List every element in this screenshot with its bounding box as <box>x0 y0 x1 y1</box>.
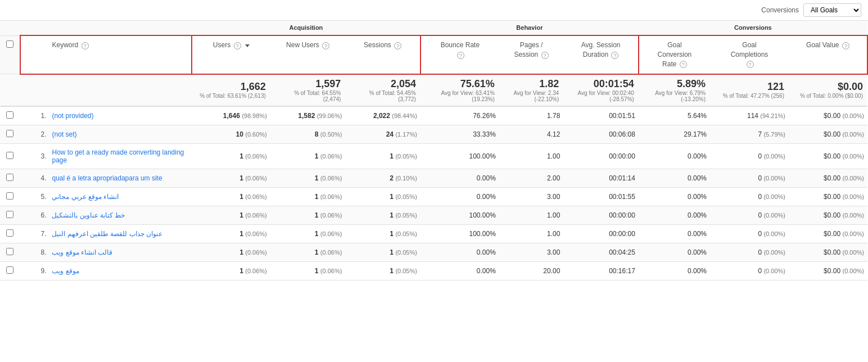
check-header <box>0 21 20 35</box>
row-gc: 0 (0.00%) <box>710 169 789 187</box>
users-header[interactable]: Users ? <box>192 35 270 74</box>
select-all-checkbox[interactable] <box>6 40 13 48</box>
row-pagessession: 4.12 <box>499 125 563 143</box>
row-pagessession: 20.00 <box>499 261 563 280</box>
bouncerate-header[interactable]: Bounce Rate ? <box>421 35 499 74</box>
row-gcr: 0.00% <box>639 261 710 280</box>
summary-gc-subtext: % of Total: 47.27% (256) <box>715 93 784 99</box>
gc-header[interactable]: GoalCompletions ? <box>710 35 789 74</box>
row-sessions: 24 (1.17%) <box>345 125 421 143</box>
acquisition-group-header: Acquisition <box>192 21 421 35</box>
row-avgsession: 00:01:14 <box>563 169 639 187</box>
row-check[interactable] <box>0 106 20 125</box>
row-keyword[interactable]: How to get a ready made converting landi… <box>48 143 191 169</box>
avgsession-header[interactable]: Avg. SessionDuration ? <box>563 35 639 74</box>
select-all-header[interactable] <box>0 35 20 74</box>
row-keyword[interactable]: عنوان جذاب للقصة طلقين اعرفهم النيل <box>48 224 191 243</box>
row-gc: 0 (0.00%) <box>710 206 789 224</box>
keyword-link[interactable]: (not provided) <box>52 112 93 120</box>
goals-select[interactable]: All Goals Goal 1 Goal 2 <box>803 3 861 17</box>
top-bar: Conversions All Goals Goal 1 Goal 2 <box>0 0 868 21</box>
row-check[interactable] <box>0 261 20 280</box>
row-keyword[interactable]: موقع ويب <box>48 261 191 280</box>
row-checkbox[interactable] <box>6 192 13 200</box>
row-users: 1 (0.06%) <box>192 243 270 261</box>
row-checkbox[interactable] <box>6 111 13 119</box>
keyword-link[interactable]: موقع ويب <box>52 267 79 275</box>
row-gcr: 0.00% <box>639 243 710 261</box>
summary-avgsession-subtext: Avg for View: 00:02:40 (-28.57%) <box>568 90 634 102</box>
gcr-help-icon: ? <box>680 61 687 68</box>
row-keyword[interactable]: قالب انشاء موقع ويب <box>48 243 191 261</box>
keyword-link[interactable]: عنوان جذاب للقصة طلقين اعرفهم النيل <box>52 230 162 238</box>
sessions-header[interactable]: Sessions ? <box>345 35 421 74</box>
row-check[interactable] <box>0 243 20 261</box>
row-keyword[interactable]: خط كتابة عناوين بالتشكيل <box>48 206 191 224</box>
row-num-header <box>20 35 49 74</box>
gcr-header[interactable]: GoalConversionRate ? <box>639 35 710 74</box>
newusers-header[interactable]: New Users ? <box>270 35 346 74</box>
row-bouncerate: 0.00% <box>421 261 499 280</box>
row-newusers: 1 (0.06%) <box>270 143 346 169</box>
row-keyword[interactable]: انشاء موقع عربي مجاني <box>48 187 191 206</box>
summary-newusers: 1,597 % of Total: 64.55% (2,474) <box>270 74 346 106</box>
row-avgsession: 00:06:08 <box>563 125 639 143</box>
row-checkbox[interactable] <box>6 266 13 274</box>
row-check[interactable] <box>0 125 20 143</box>
keyword-link[interactable]: خط كتابة عناوين بالتشكيل <box>52 211 125 219</box>
row-check[interactable] <box>0 206 20 224</box>
row-users: 1 (0.06%) <box>192 261 270 280</box>
row-checkbox[interactable] <box>6 130 13 137</box>
row-check[interactable] <box>0 224 20 243</box>
pagessession-help-icon: ? <box>541 52 549 59</box>
row-checkbox[interactable] <box>6 174 13 181</box>
row-sessions: 1 (0.05%) <box>345 187 421 206</box>
summary-newusers-value: 1,597 <box>315 78 341 89</box>
row-users: 10 (0.60%) <box>192 125 270 143</box>
row-users: 1 (0.06%) <box>192 224 270 243</box>
bouncerate-header-label: Bounce Rate <box>441 41 480 49</box>
keyword-link[interactable]: How to get a ready made converting landi… <box>52 148 184 164</box>
keyword-link[interactable]: انشاء موقع عربي مجاني <box>52 193 119 201</box>
row-gcr: 29.17% <box>639 125 710 143</box>
row-sessions: 1 (0.05%) <box>345 143 421 169</box>
row-gcr: 0.00% <box>639 143 710 169</box>
row-avgsession: 00:00:00 <box>563 224 639 243</box>
row-pagessession: 1.00 <box>499 224 563 243</box>
row-gcr: 0.00% <box>639 187 710 206</box>
row-sessions: 1 (0.05%) <box>345 261 421 280</box>
summary-gcr-subtext: Avg for View: 6.79% (-13.20%) <box>643 90 706 102</box>
users-header-label: Users <box>213 41 230 49</box>
row-check[interactable] <box>0 169 20 187</box>
users-sort-icon[interactable] <box>245 44 250 47</box>
summary-gv-value: $0.00 <box>838 81 863 92</box>
summary-bouncerate-value: 75.61% <box>460 78 495 89</box>
pagessession-header[interactable]: Pages /Session ? <box>499 35 563 74</box>
row-bouncerate: 33.33% <box>421 125 499 143</box>
row-checkbox[interactable] <box>6 248 13 255</box>
column-header-row: Keyword ? Users ? New Users ? Sessions ?… <box>0 35 867 74</box>
row-number: 5. <box>20 187 49 206</box>
row-gc: 114 (94.21%) <box>710 106 789 125</box>
row-check[interactable] <box>0 187 20 206</box>
table-row: 5. انشاء موقع عربي مجاني 1 (0.06%) 1 (0.… <box>0 187 867 206</box>
summary-num <box>20 74 49 106</box>
row-checkbox[interactable] <box>6 229 13 237</box>
gv-header[interactable]: Goal Value ? <box>789 35 867 74</box>
row-check[interactable] <box>0 143 20 169</box>
row-checkbox[interactable] <box>6 152 13 159</box>
row-gc: 0 (0.00%) <box>710 224 789 243</box>
bouncerate-help-icon: ? <box>457 52 464 59</box>
keyword-link[interactable]: (not set) <box>52 130 76 138</box>
keyword-header[interactable]: Keyword ? <box>48 35 191 74</box>
row-keyword[interactable]: qual é a letra apropriadapara um site <box>48 169 191 187</box>
summary-keyword <box>48 74 191 106</box>
row-gv: $0.00 (0.00%) <box>789 106 867 125</box>
row-keyword[interactable]: (not provided) <box>48 106 191 125</box>
conversions-group-header: Conversions <box>639 21 867 35</box>
keyword-link[interactable]: قالب انشاء موقع ويب <box>52 248 112 256</box>
sessions-header-label: Sessions <box>364 41 391 49</box>
row-keyword[interactable]: (not set) <box>48 125 191 143</box>
keyword-link[interactable]: qual é a letra apropriadapara um site <box>52 174 162 182</box>
row-checkbox[interactable] <box>6 211 13 218</box>
